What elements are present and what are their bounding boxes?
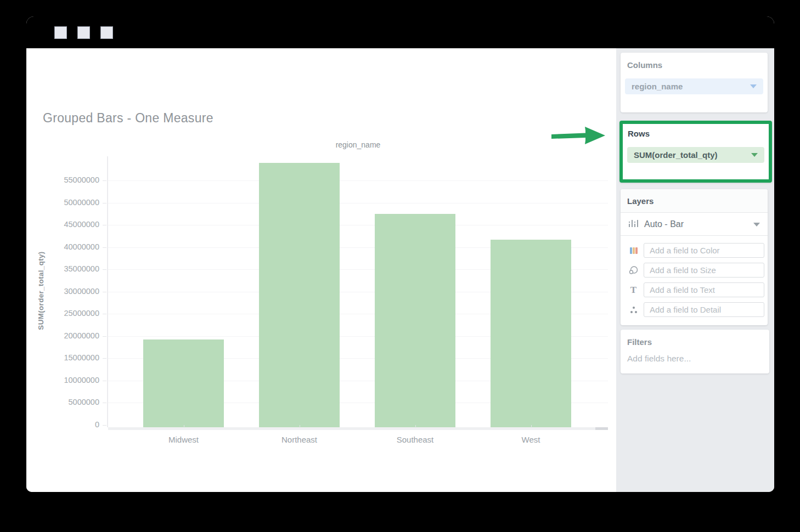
window-titlebar [26, 16, 774, 48]
size-icon [628, 265, 639, 275]
gridline [108, 203, 608, 203]
add-a-field-to-detail-input[interactable] [644, 302, 764, 317]
layers-panel: Layers Auto - Bar T [621, 189, 768, 325]
rows-header: Rows [623, 124, 769, 138]
y-axis-tick [103, 358, 106, 359]
y-axis-tick [103, 225, 106, 225]
y-axis-tick [103, 336, 106, 337]
bar-southeast[interactable] [375, 214, 455, 427]
gridline [108, 225, 608, 225]
filters-header: Filters [621, 330, 769, 347]
y-axis-tick [103, 180, 106, 181]
chevron-down-icon [751, 153, 758, 157]
detail-icon [628, 304, 639, 315]
chart-title: Grouped Bars - One Measure [43, 111, 213, 126]
chevron-down-icon [753, 223, 760, 227]
annotation-arrow-icon [548, 125, 606, 146]
y-axis-tick [103, 203, 106, 203]
layer-type-selector[interactable]: Auto - Bar [621, 213, 768, 236]
y-axis-tick [103, 269, 106, 270]
y-axis-tick-label: 25000000 [26, 309, 99, 318]
layer-field-row [621, 263, 768, 278]
x-axis-tick [300, 425, 300, 428]
x-axis-group-header: region_name [108, 140, 608, 149]
y-axis-tick-label: 10000000 [26, 376, 99, 384]
mini-bar-chart-icon [628, 219, 639, 230]
x-axis-label-southeast: Southeast [397, 435, 434, 444]
chevron-down-icon [750, 84, 757, 88]
columns-shelf: Columns region_name [621, 53, 768, 112]
window-button-3[interactable] [100, 26, 113, 39]
color-icon [628, 245, 639, 256]
bar-west[interactable] [491, 240, 571, 427]
y-axis-tick [103, 292, 106, 292]
filters-drop-zone[interactable]: Add fields here... [627, 354, 691, 364]
plot-area: SUM(order_total_qty) 0500000010000000150… [108, 156, 608, 427]
y-axis-tick-label: 0 [26, 420, 99, 429]
y-axis-tick-label: 20000000 [26, 331, 99, 340]
bar-northeast[interactable] [259, 163, 340, 427]
layer-field-row [621, 302, 768, 317]
text-icon: T [628, 285, 639, 295]
rows-field-pill[interactable]: SUM(order_total_qty) [627, 147, 764, 163]
x-axis-label-northeast: Northeast [281, 435, 317, 444]
y-axis-tick-label: 35000000 [26, 264, 99, 273]
y-axis-tick-label: 50000000 [26, 198, 99, 207]
x-axis-tick [415, 425, 416, 428]
add-a-field-to-color-input[interactable] [644, 243, 764, 258]
x-axis-tick [184, 425, 184, 428]
window-button-2[interactable] [77, 26, 90, 39]
y-axis-tick-label: 40000000 [26, 242, 99, 251]
columns-field-pill[interactable]: region_name [625, 78, 763, 94]
shelf-sidebar: Columns region_name Rows SUM(order_total… [616, 48, 774, 492]
filters-panel: Filters Add fields here... [621, 330, 769, 373]
chart-canvas: Grouped Bars - One Measure region_name S… [26, 48, 616, 492]
layer-field-row: T [621, 282, 768, 297]
y-axis-tick-label: 45000000 [26, 220, 99, 229]
add-a-field-to-text-input[interactable] [644, 282, 764, 297]
y-axis-tick-label: 55000000 [26, 176, 99, 184]
x-axis-label-west: West [522, 435, 540, 444]
app-window: Grouped Bars - One Measure region_name S… [26, 16, 774, 492]
gridline [108, 180, 608, 181]
y-axis-tick-label: 30000000 [26, 287, 99, 296]
layer-field-row [621, 243, 768, 258]
y-axis-tick [103, 314, 106, 314]
y-axis-tick [103, 425, 106, 426]
window-button-1[interactable] [54, 26, 67, 39]
y-axis-tick [103, 381, 106, 381]
x-axis-label-midwest: Midwest [168, 435, 199, 444]
columns-header: Columns [621, 53, 768, 70]
x-axis-tick [531, 425, 532, 428]
y-axis-tick-label: 5000000 [26, 398, 99, 406]
x-scrollbar-handle[interactable] [595, 427, 608, 430]
y-axis-tick [103, 403, 106, 403]
add-a-field-to-size-input[interactable] [644, 263, 764, 278]
bar-midwest[interactable] [143, 339, 224, 428]
y-axis-tick-label: 15000000 [26, 353, 99, 362]
rows-shelf-highlight-box: Rows SUM(order_total_qty) [619, 121, 772, 183]
layers-header: Layers [621, 189, 768, 213]
y-axis-tick [103, 247, 106, 248]
